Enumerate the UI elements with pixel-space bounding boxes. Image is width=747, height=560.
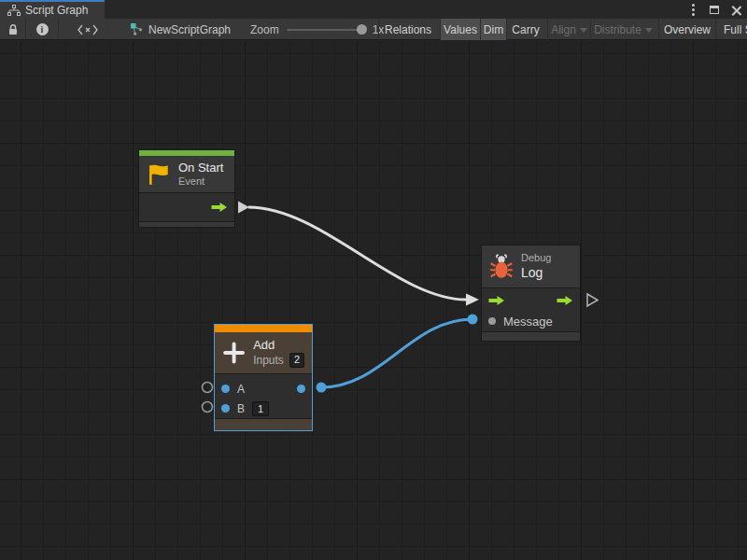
port-b-dot[interactable] — [221, 404, 230, 413]
values-label: Values — [444, 23, 477, 36]
message-port-label: Message — [503, 315, 553, 329]
node-add[interactable]: Add Inputs 2 A B 1 — [214, 324, 313, 431]
zoom-slider-handle[interactable] — [357, 24, 367, 35]
carry-label: Carry — [512, 23, 539, 36]
graph-name-label: NewScriptGraph — [148, 23, 231, 36]
info-icon — [36, 23, 49, 35]
flow-output-port[interactable] — [211, 202, 228, 213]
add-header: Add Inputs 2 — [215, 332, 312, 373]
info-button[interactable] — [25, 19, 58, 40]
flow-input-port[interactable] — [488, 295, 505, 306]
graph-toolbar: NewScriptGraph Zoom 1x Relations Values … — [0, 19, 747, 40]
menu-kebab-icon[interactable] — [685, 2, 700, 17]
debug-log-body: Message — [482, 287, 580, 332]
relations-button[interactable]: Relations — [378, 19, 437, 40]
add-title: Add — [253, 338, 304, 353]
chevron-down-icon — [645, 28, 653, 33]
on-start-body — [139, 192, 234, 222]
node-debug-log[interactable]: Debug Log Message — [481, 245, 581, 342]
overview-label: Overview — [664, 23, 711, 36]
on-start-header: On Start Event — [139, 156, 234, 192]
on-start-subtitle: Event — [178, 175, 223, 189]
dim-button[interactable]: Dim — [480, 19, 506, 40]
add-color-bar — [215, 325, 312, 332]
message-input-connector[interactable] — [468, 315, 478, 325]
plus-icon — [222, 338, 246, 368]
port-a-dot[interactable] — [221, 385, 230, 393]
debug-log-category: Debug — [521, 252, 551, 265]
add-port-b-connector[interactable] — [203, 402, 213, 413]
zoom-label: Zoom — [250, 23, 279, 36]
values-button[interactable]: Values — [440, 19, 480, 40]
tab-title: Script Graph — [25, 4, 88, 17]
flag-icon — [147, 162, 171, 187]
wire-layer — [0, 41, 747, 560]
dim-label: Dim — [484, 23, 503, 36]
distribute-label: Distribute — [594, 23, 641, 36]
add-body: A B 1 — [215, 373, 312, 419]
debug-log-footer — [482, 332, 580, 341]
align-button[interactable]: Align — [547, 19, 590, 40]
log-input-arrowhead — [466, 294, 479, 306]
relations-label: Relations — [385, 23, 431, 36]
graph-canvas[interactable]: On Start Event — [0, 41, 747, 560]
full-screen-label: Full Screen — [724, 23, 747, 36]
code-view-icon — [78, 24, 98, 35]
onstart-output-connector[interactable] — [238, 202, 249, 214]
zoom-control: Zoom 1x — [250, 19, 384, 40]
script-graph-window: Script Graph — [0, 0, 747, 560]
port-b-value-field[interactable]: 1 — [252, 401, 269, 416]
debug-log-title: Log — [521, 265, 551, 282]
code-view-button[interactable] — [58, 19, 116, 40]
zoom-slider-track[interactable] — [287, 29, 365, 31]
wire-add-to-message[interactable] — [321, 319, 472, 387]
maximize-icon[interactable] — [707, 2, 722, 17]
on-start-title: On Start — [178, 161, 223, 175]
inputs-label: Inputs — [253, 354, 284, 368]
inputs-count-field[interactable]: 2 — [289, 353, 304, 368]
overview-button[interactable]: Overview — [658, 19, 715, 40]
graph-asset-icon — [131, 23, 143, 35]
window-titlebar: Script Graph — [0, 0, 747, 19]
node-on-start[interactable]: On Start Event — [138, 149, 235, 228]
lock-button[interactable] — [0, 19, 25, 40]
bug-icon — [489, 254, 514, 280]
graph-breadcrumb[interactable]: NewScriptGraph — [131, 19, 231, 40]
flow-output-port[interactable] — [557, 295, 573, 306]
message-port-dot[interactable] — [488, 317, 496, 325]
close-icon[interactable] — [728, 2, 743, 17]
add-footer — [215, 419, 312, 430]
carry-button[interactable]: Carry — [506, 19, 544, 40]
align-label: Align — [551, 23, 576, 36]
add-output-dot[interactable] — [297, 385, 305, 393]
add-port-a-connector[interactable] — [203, 383, 213, 393]
chevron-down-icon — [580, 28, 587, 33]
full-screen-button[interactable]: Full Screen — [715, 19, 747, 40]
log-output-connector[interactable] — [587, 294, 598, 306]
distribute-button[interactable]: Distribute — [590, 19, 655, 40]
add-output-connector[interactable] — [317, 383, 327, 393]
window-controls — [685, 0, 743, 19]
script-graph-tab-icon — [7, 5, 21, 16]
on-start-footer — [139, 222, 234, 227]
lock-icon — [7, 23, 19, 35]
debug-log-header: Debug Log — [482, 245, 580, 287]
tab-script-graph[interactable]: Script Graph — [0, 0, 105, 19]
port-b-label: B — [237, 402, 245, 415]
port-a-label: A — [237, 383, 245, 396]
wire-onstart-to-log[interactable] — [248, 207, 466, 300]
